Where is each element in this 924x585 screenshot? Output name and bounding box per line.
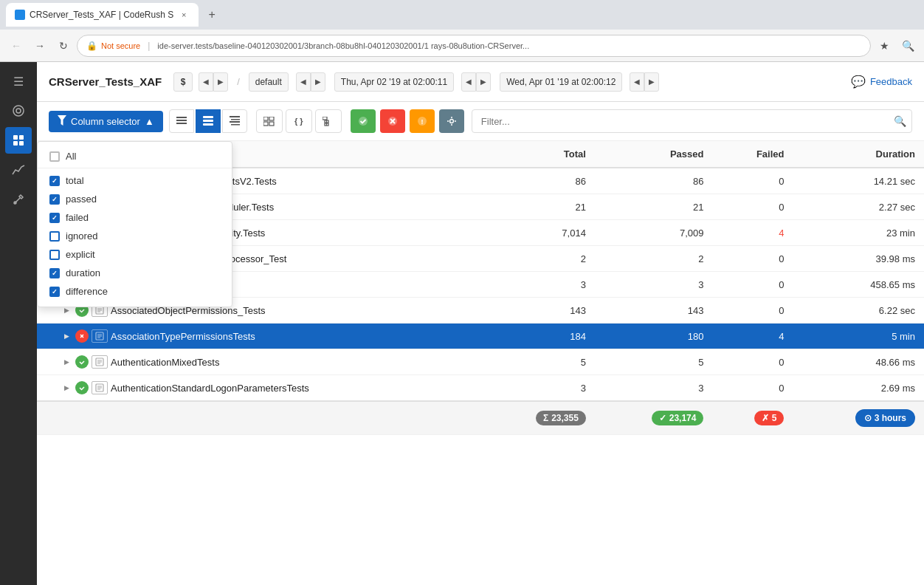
- failed-filter-button[interactable]: [380, 109, 405, 133]
- column-total-item[interactable]: total: [38, 171, 232, 190]
- passed-filter-button[interactable]: [351, 109, 376, 133]
- passed-column-header: Passed: [595, 141, 713, 168]
- svg-rect-15: [230, 121, 240, 123]
- column-passed-item[interactable]: passed: [38, 190, 232, 208]
- passed-cell: 2: [595, 246, 713, 272]
- failed-checkbox[interactable]: [49, 213, 60, 223]
- filter-search-icon: 🔍: [894, 115, 906, 127]
- warning-filter-button[interactable]: !: [410, 109, 435, 133]
- passed-cell: 7,009: [595, 220, 713, 246]
- total-cell: 7,014: [480, 220, 595, 246]
- total-cell: 3: [480, 272, 595, 298]
- name-cell: ▶ AuthenticationStandardLogonParametersT…: [37, 375, 480, 402]
- extra-view-btn-group: { }: [256, 109, 342, 133]
- expand-button[interactable]: ▶: [61, 356, 72, 368]
- total-header-label: Total: [564, 148, 586, 160]
- difference-checkbox[interactable]: [49, 287, 60, 297]
- filter-input[interactable]: [472, 109, 912, 133]
- toolbar: Column selector ▲: [37, 102, 924, 141]
- list-view-button[interactable]: [169, 109, 194, 133]
- failed-cell: 4: [712, 324, 793, 349]
- column-explicit-item[interactable]: explicit: [38, 245, 232, 264]
- date1-text: Thu, Apr 02 '19 at 02:00:11: [341, 77, 447, 87]
- date2-badge[interactable]: Wed, Apr 01 '19 at 02:00:12: [500, 72, 622, 92]
- svg-rect-19: [263, 122, 268, 126]
- prev-branch-button[interactable]: ◀: [296, 72, 311, 92]
- date1-badge[interactable]: Thu, Apr 02 '19 at 02:00:11: [334, 72, 454, 92]
- branch-selector[interactable]: default: [249, 72, 289, 92]
- tab-close-button[interactable]: ×: [178, 9, 190, 21]
- passed-cell: 5: [595, 349, 713, 375]
- passed-check-icon: ✓: [659, 413, 666, 423]
- prev-date2-button[interactable]: ◀: [630, 72, 644, 92]
- prev-run-button[interactable]: ◀: [199, 72, 213, 92]
- expand-button[interactable]: ▶: [61, 330, 72, 342]
- svg-rect-5: [19, 141, 24, 146]
- next-date2-button[interactable]: ▶: [644, 72, 659, 92]
- table-row[interactable]: ▶ AuthenticationStandardLogonParametersT…: [37, 375, 924, 402]
- active-tab[interactable]: CRServer_Tests_XAF | CodeRush S ×: [6, 3, 199, 27]
- table-footer: Σ 23,355 ✓ 23,174: [37, 401, 924, 435]
- total-checkbox[interactable]: [49, 176, 60, 186]
- next-date1-button[interactable]: ▶: [476, 72, 491, 92]
- column-difference-item[interactable]: difference: [38, 282, 232, 301]
- feedback-button[interactable]: 💬 Feedback: [851, 75, 912, 89]
- next-run-button[interactable]: ▶: [213, 72, 228, 92]
- svg-rect-14: [231, 119, 240, 120]
- back-button[interactable]: ←: [6, 35, 27, 56]
- prev-date1-button[interactable]: ◀: [461, 72, 476, 92]
- view-btn-group: [169, 109, 247, 133]
- failed-column-header: Failed: [712, 141, 793, 168]
- new-tab-button[interactable]: +: [201, 4, 222, 25]
- settings-filter-button[interactable]: [439, 109, 464, 133]
- all-checkbox[interactable]: [49, 151, 60, 162]
- address-bar[interactable]: 🔒 Not secure | ide-server.tests/baseline…: [77, 35, 871, 57]
- column-failed-item[interactable]: failed: [38, 208, 232, 227]
- expand-button[interactable]: ▶: [61, 382, 72, 394]
- left-sidebar: ☰: [0, 62, 37, 585]
- total-label: total: [66, 175, 84, 186]
- tools-icon[interactable]: [5, 186, 32, 213]
- search-browser-button[interactable]: 🔍: [897, 35, 918, 56]
- url-text: ide-server.tests/baseline-040120302001/3…: [157, 41, 861, 50]
- tab-title: CRServer_Tests_XAF | CodeRush S: [30, 10, 173, 20]
- menu-icon[interactable]: ☰: [5, 68, 32, 95]
- duration-cell: 2.69 ms: [793, 375, 924, 402]
- tree-view-button[interactable]: [315, 109, 342, 133]
- column-ignored-item[interactable]: ignored: [38, 227, 232, 245]
- security-label: Not secure: [101, 41, 140, 50]
- passed-checkbox[interactable]: [49, 194, 60, 205]
- panel-all-item[interactable]: All: [38, 148, 232, 165]
- ignored-checkbox[interactable]: [49, 231, 60, 242]
- svg-point-25: [359, 117, 368, 126]
- failed-cell: 0: [712, 349, 793, 375]
- column-duration-item[interactable]: duration: [38, 264, 232, 282]
- next-branch-button[interactable]: ▶: [311, 72, 325, 92]
- results-icon[interactable]: [5, 127, 32, 154]
- svg-rect-18: [269, 117, 274, 120]
- dollar-button[interactable]: $: [173, 72, 193, 92]
- column-selector-chevron: ▲: [145, 116, 154, 127]
- bookmark-button[interactable]: ★: [874, 35, 894, 56]
- chart-icon[interactable]: [5, 157, 32, 183]
- refresh-button[interactable]: ↻: [53, 35, 74, 56]
- grid-view-button[interactable]: [256, 109, 283, 133]
- forward-button[interactable]: →: [30, 35, 50, 56]
- duration-checkbox[interactable]: [49, 268, 60, 278]
- explicit-checkbox[interactable]: [49, 250, 60, 260]
- code-view-button[interactable]: { }: [286, 109, 312, 133]
- failed-cell: 0: [712, 168, 793, 194]
- ignored-label: ignored: [66, 230, 97, 242]
- passed-cell: 3: [595, 375, 713, 402]
- filter-funnel-icon: [58, 115, 66, 128]
- table-row[interactable]: ▶ AuthenticationMixedTests 55048.66 ms: [37, 349, 924, 375]
- passed-summary-badge: ✓ 23,174: [652, 411, 704, 425]
- column-selector-button[interactable]: Column selector ▲: [49, 111, 163, 132]
- test-name: AssociationTypePermissionsTests: [111, 331, 255, 342]
- dashboard-icon[interactable]: [5, 98, 32, 124]
- table-row[interactable]: ▶ AssociationTypePermissionsTests 184180…: [37, 324, 924, 349]
- date1-nav: ◀ ▶: [461, 72, 491, 92]
- name-cell: ▶ AssociationTypePermissionsTests: [37, 324, 480, 349]
- detail-view-button[interactable]: [222, 109, 247, 133]
- compact-view-button[interactable]: [196, 109, 221, 133]
